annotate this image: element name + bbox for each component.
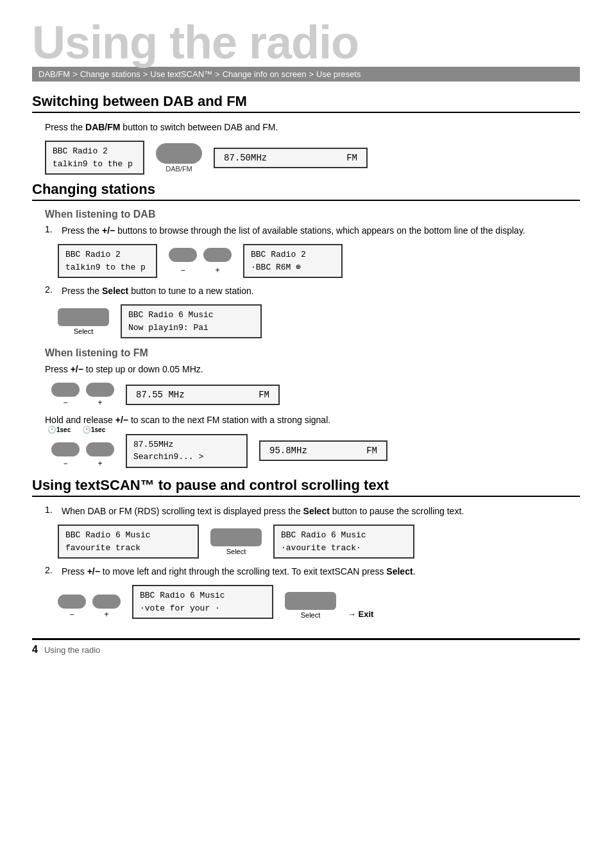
ts-step-1-num: 1.	[45, 505, 56, 518]
ts-screen-before: BBC Radio 6 Music favourite track	[58, 525, 199, 559]
sub-title-fm: When listening to FM	[45, 347, 580, 359]
select-button-ts2[interactable]	[285, 592, 336, 610]
clock-label-minus: 🕐1sec	[47, 426, 71, 434]
breadcrumb-item-2: Change stations	[80, 69, 140, 79]
breadcrumb-sep-2: >	[143, 69, 148, 79]
clock-label-plus: 🕐1sec	[82, 426, 105, 434]
dab-screen-after: BBC Radio 2 ·BBC R6M ⊕	[243, 244, 343, 278]
step-1-num: 1.	[45, 224, 56, 238]
plus-label-dab: +	[203, 266, 232, 275]
select-label-dab: Select	[74, 327, 94, 335]
breadcrumb-sep-1: >	[72, 69, 78, 79]
breadcrumb-item-5: Use presets	[316, 69, 361, 79]
sub-title-dab: When listening to DAB	[45, 209, 580, 220]
step-1-text: Press the +/− buttons to browse through …	[62, 224, 525, 238]
section-textscan-title: Using textSCAN™ to pause and control scr…	[32, 477, 580, 497]
ts3-screen: BBC Radio 6 Music ·vote for your ·	[132, 585, 273, 619]
breadcrumb-item-1: DAB/FM	[38, 69, 70, 79]
select-button-dab[interactable]	[58, 308, 109, 326]
select-label-ts2: Select	[301, 611, 321, 619]
footer-page-num: 4	[32, 644, 38, 655]
found-display: 95.8MHz FM	[259, 440, 387, 461]
fm-step-body: Press +/− to step up or down 0.05 MHz.	[45, 363, 580, 376]
select-label-ts: Select	[226, 548, 246, 555]
ts2-minus-label: −	[58, 610, 86, 619]
dab-fm-label: DAB/FM	[166, 165, 192, 173]
minus-button-ts2[interactable]	[58, 595, 86, 609]
plus-button-fm[interactable]	[86, 383, 114, 397]
page-title: Using the radio	[32, 19, 580, 65]
fm-display-switching: 87.50MHz FM	[214, 148, 368, 168]
step-2-num: 2.	[45, 284, 56, 298]
ts-step-2-text: Press +/− to move left and right through…	[62, 565, 415, 578]
scan-minus-label: −	[51, 459, 80, 468]
section-textscan: Using textSCAN™ to pause and control scr…	[32, 477, 580, 619]
dab-screen-before: BBC Radio 2 talkin9 to the p	[58, 244, 157, 278]
section-switching: Switching between DAB and FM Press the D…	[32, 93, 580, 175]
footer: 4 Using the radio	[32, 638, 580, 655]
plus-button-scan[interactable]	[86, 442, 114, 456]
minus-label-dab: −	[169, 266, 197, 275]
select-button-ts[interactable]	[210, 528, 262, 546]
section-changing: Changing stations When listening to DAB …	[32, 181, 580, 468]
breadcrumb-item-3: Use textSCAN™	[150, 69, 212, 79]
section-switching-title: Switching between DAB and FM	[32, 93, 580, 113]
dab-screen-switching: BBC Radio 2 talkin9 to the p	[45, 141, 144, 175]
minus-button-dab[interactable]	[169, 248, 197, 262]
breadcrumb-item-4: Change info on screen	[223, 69, 307, 79]
fm-display-step: 87.55 MHz FM	[126, 385, 280, 405]
dab-fm-button[interactable]	[156, 143, 202, 164]
scan-screen: 87.55MHz Searchin9... >	[126, 434, 248, 468]
plus-button-dab[interactable]	[203, 248, 232, 262]
footer-page-label: Using the radio	[44, 645, 100, 655]
ts2-plus-label: +	[92, 610, 121, 619]
ts-step-1-text: When DAB or FM (RDS) scrolling text is d…	[62, 505, 464, 518]
step-2-text: Press the Select button to tune to a new…	[62, 284, 254, 298]
ts-step-2-num: 2.	[45, 565, 56, 578]
scan-plus-label: +	[86, 459, 114, 468]
exit-label: → Exit	[348, 609, 373, 619]
switching-body: Press the DAB/FM button to switch betwee…	[45, 121, 580, 134]
breadcrumb-sep-4: >	[309, 69, 314, 79]
breadcrumb-sep-3: >	[215, 69, 220, 79]
select-screen: BBC Radio 6 Music Now playin9: Pai	[121, 304, 262, 338]
plus-label-fm: +	[86, 398, 114, 407]
hold-body: Hold and release +/− to scan to the next…	[45, 413, 580, 427]
minus-button-scan[interactable]	[51, 442, 80, 456]
section-changing-title: Changing stations	[32, 181, 580, 201]
breadcrumb: DAB/FM > Change stations > Use textSCAN™…	[32, 67, 580, 82]
ts-screen-after: BBC Radio 6 Music ·avourite track·	[273, 525, 414, 559]
plus-button-ts2[interactable]	[92, 595, 121, 609]
minus-label-fm: −	[51, 398, 80, 407]
minus-button-fm[interactable]	[51, 383, 80, 397]
